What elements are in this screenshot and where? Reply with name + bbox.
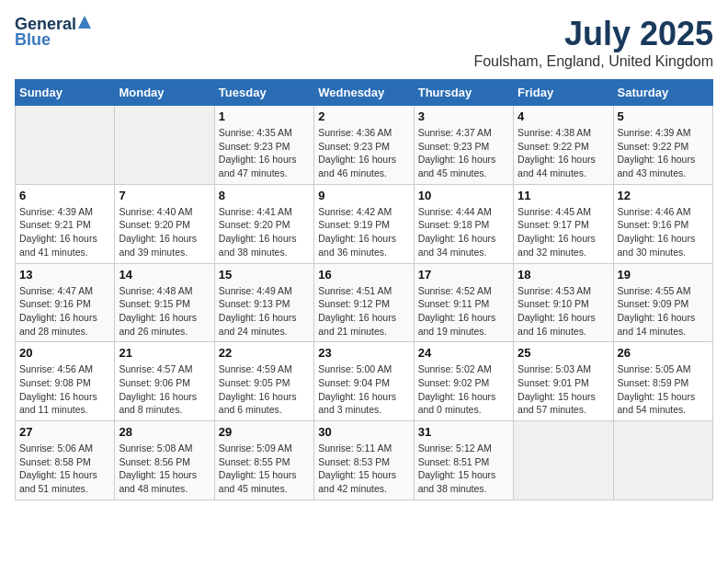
header: General Blue July 2025 Foulsham, England… xyxy=(15,15,713,70)
logo-icon xyxy=(78,16,91,32)
day-number: 19 xyxy=(618,268,709,282)
day-number: 12 xyxy=(618,189,709,202)
day-header-wednesday: Wednesday xyxy=(314,80,414,106)
day-info: Sunrise: 5:09 AM Sunset: 8:55 PM Dayligh… xyxy=(219,442,310,496)
calendar-cell xyxy=(16,106,115,185)
calendar-week-row: 20Sunrise: 4:56 AM Sunset: 9:08 PM Dayli… xyxy=(16,342,713,421)
day-number: 1 xyxy=(219,109,310,123)
logo: General Blue xyxy=(15,15,91,50)
day-number: 26 xyxy=(618,346,709,360)
calendar-week-row: 6Sunrise: 4:39 AM Sunset: 9:21 PM Daylig… xyxy=(16,184,713,263)
day-info: Sunrise: 4:46 AM Sunset: 9:16 PM Dayligh… xyxy=(618,205,709,259)
calendar-cell: 31Sunrise: 5:12 AM Sunset: 8:51 PM Dayli… xyxy=(414,421,513,500)
day-info: Sunrise: 4:47 AM Sunset: 9:16 PM Dayligh… xyxy=(19,284,110,339)
calendar-cell: 17Sunrise: 4:52 AM Sunset: 9:11 PM Dayli… xyxy=(414,263,513,342)
calendar-cell xyxy=(514,421,613,500)
day-info: Sunrise: 4:35 AM Sunset: 9:23 PM Dayligh… xyxy=(219,126,310,180)
day-header-monday: Monday xyxy=(115,80,214,106)
day-number: 25 xyxy=(518,346,609,360)
calendar-cell: 9Sunrise: 4:42 AM Sunset: 9:19 PM Daylig… xyxy=(314,184,414,263)
day-number: 28 xyxy=(119,425,210,439)
calendar-cell: 22Sunrise: 4:59 AM Sunset: 9:05 PM Dayli… xyxy=(214,342,313,421)
title-area: July 2025 Foulsham, England, United King… xyxy=(473,15,713,70)
calendar-cell: 10Sunrise: 4:44 AM Sunset: 9:18 PM Dayli… xyxy=(414,184,513,263)
day-number: 9 xyxy=(318,189,409,202)
day-info: Sunrise: 4:42 AM Sunset: 9:19 PM Dayligh… xyxy=(318,205,409,259)
day-info: Sunrise: 5:12 AM Sunset: 8:51 PM Dayligh… xyxy=(418,442,509,496)
calendar-cell: 6Sunrise: 4:39 AM Sunset: 9:21 PM Daylig… xyxy=(16,184,115,263)
day-number: 7 xyxy=(119,189,210,202)
day-number: 27 xyxy=(19,425,110,439)
day-info: Sunrise: 4:51 AM Sunset: 9:12 PM Dayligh… xyxy=(318,284,409,339)
day-header-thursday: Thursday xyxy=(414,80,513,106)
day-header-tuesday: Tuesday xyxy=(214,80,313,106)
day-info: Sunrise: 4:59 AM Sunset: 9:05 PM Dayligh… xyxy=(219,362,310,417)
day-header-sunday: Sunday xyxy=(16,80,115,106)
calendar-week-row: 1Sunrise: 4:35 AM Sunset: 9:23 PM Daylig… xyxy=(16,106,713,185)
day-info: Sunrise: 5:05 AM Sunset: 8:59 PM Dayligh… xyxy=(618,362,709,417)
day-info: Sunrise: 4:44 AM Sunset: 9:18 PM Dayligh… xyxy=(418,205,509,259)
main-title: July 2025 xyxy=(473,15,713,53)
calendar-cell: 7Sunrise: 4:40 AM Sunset: 9:20 PM Daylig… xyxy=(115,184,214,263)
day-number: 18 xyxy=(518,268,609,282)
calendar-cell xyxy=(613,421,712,500)
day-info: Sunrise: 4:53 AM Sunset: 9:10 PM Dayligh… xyxy=(518,284,609,339)
calendar-cell: 15Sunrise: 4:49 AM Sunset: 9:13 PM Dayli… xyxy=(214,263,313,342)
day-info: Sunrise: 4:52 AM Sunset: 9:11 PM Dayligh… xyxy=(418,284,509,339)
day-number: 6 xyxy=(19,189,110,202)
day-number: 14 xyxy=(119,268,210,282)
calendar-week-row: 27Sunrise: 5:06 AM Sunset: 8:58 PM Dayli… xyxy=(16,421,713,500)
day-number: 8 xyxy=(219,189,310,202)
day-info: Sunrise: 4:57 AM Sunset: 9:06 PM Dayligh… xyxy=(119,362,210,417)
svg-marker-0 xyxy=(78,16,91,29)
day-info: Sunrise: 4:55 AM Sunset: 9:09 PM Dayligh… xyxy=(618,284,709,339)
calendar-cell: 30Sunrise: 5:11 AM Sunset: 8:53 PM Dayli… xyxy=(314,421,414,500)
day-info: Sunrise: 4:56 AM Sunset: 9:08 PM Dayligh… xyxy=(19,362,110,417)
calendar-table: SundayMondayTuesdayWednesdayThursdayFrid… xyxy=(15,79,713,500)
calendar-cell: 25Sunrise: 5:03 AM Sunset: 9:01 PM Dayli… xyxy=(514,342,613,421)
calendar-cell: 26Sunrise: 5:05 AM Sunset: 8:59 PM Dayli… xyxy=(613,342,712,421)
calendar-cell: 24Sunrise: 5:02 AM Sunset: 9:02 PM Dayli… xyxy=(414,342,513,421)
calendar-cell: 19Sunrise: 4:55 AM Sunset: 9:09 PM Dayli… xyxy=(613,263,712,342)
day-number: 11 xyxy=(518,189,609,202)
day-number: 13 xyxy=(19,268,110,282)
calendar-cell: 12Sunrise: 4:46 AM Sunset: 9:16 PM Dayli… xyxy=(613,184,712,263)
day-info: Sunrise: 4:45 AM Sunset: 9:17 PM Dayligh… xyxy=(518,205,609,259)
day-number: 16 xyxy=(318,268,409,282)
day-number: 22 xyxy=(219,346,310,360)
day-info: Sunrise: 4:38 AM Sunset: 9:22 PM Dayligh… xyxy=(518,126,609,180)
day-info: Sunrise: 4:36 AM Sunset: 9:23 PM Dayligh… xyxy=(318,126,409,180)
day-number: 2 xyxy=(318,109,409,123)
day-info: Sunrise: 5:02 AM Sunset: 9:02 PM Dayligh… xyxy=(418,362,509,417)
calendar-cell xyxy=(115,106,214,185)
day-info: Sunrise: 5:08 AM Sunset: 8:56 PM Dayligh… xyxy=(119,442,210,496)
day-info: Sunrise: 4:40 AM Sunset: 9:20 PM Dayligh… xyxy=(119,205,210,259)
day-number: 30 xyxy=(318,425,409,439)
day-number: 4 xyxy=(518,109,609,123)
calendar-cell: 1Sunrise: 4:35 AM Sunset: 9:23 PM Daylig… xyxy=(214,106,313,185)
calendar-cell: 5Sunrise: 4:39 AM Sunset: 9:22 PM Daylig… xyxy=(613,106,712,185)
day-number: 5 xyxy=(618,109,709,123)
day-info: Sunrise: 5:03 AM Sunset: 9:01 PM Dayligh… xyxy=(518,362,609,417)
day-number: 23 xyxy=(318,346,409,360)
day-info: Sunrise: 4:49 AM Sunset: 9:13 PM Dayligh… xyxy=(219,284,310,339)
day-number: 17 xyxy=(418,268,509,282)
day-number: 10 xyxy=(418,189,509,202)
calendar-cell: 28Sunrise: 5:08 AM Sunset: 8:56 PM Dayli… xyxy=(115,421,214,500)
day-number: 20 xyxy=(19,346,110,360)
day-header-friday: Friday xyxy=(514,80,613,106)
calendar-cell: 3Sunrise: 4:37 AM Sunset: 9:23 PM Daylig… xyxy=(414,106,513,185)
calendar-week-row: 13Sunrise: 4:47 AM Sunset: 9:16 PM Dayli… xyxy=(16,263,713,342)
calendar-header-row: SundayMondayTuesdayWednesdayThursdayFrid… xyxy=(16,80,713,106)
calendar-cell: 16Sunrise: 4:51 AM Sunset: 9:12 PM Dayli… xyxy=(314,263,414,342)
calendar-cell: 2Sunrise: 4:36 AM Sunset: 9:23 PM Daylig… xyxy=(314,106,414,185)
calendar-cell: 20Sunrise: 4:56 AM Sunset: 9:08 PM Dayli… xyxy=(16,342,115,421)
calendar-cell: 29Sunrise: 5:09 AM Sunset: 8:55 PM Dayli… xyxy=(214,421,313,500)
subtitle: Foulsham, England, United Kingdom xyxy=(473,53,713,70)
day-info: Sunrise: 4:37 AM Sunset: 9:23 PM Dayligh… xyxy=(418,126,509,180)
calendar-cell: 4Sunrise: 4:38 AM Sunset: 9:22 PM Daylig… xyxy=(514,106,613,185)
day-header-saturday: Saturday xyxy=(613,80,712,106)
day-info: Sunrise: 4:39 AM Sunset: 9:21 PM Dayligh… xyxy=(19,205,110,259)
calendar-cell: 13Sunrise: 4:47 AM Sunset: 9:16 PM Dayli… xyxy=(16,263,115,342)
day-info: Sunrise: 5:00 AM Sunset: 9:04 PM Dayligh… xyxy=(318,362,409,417)
